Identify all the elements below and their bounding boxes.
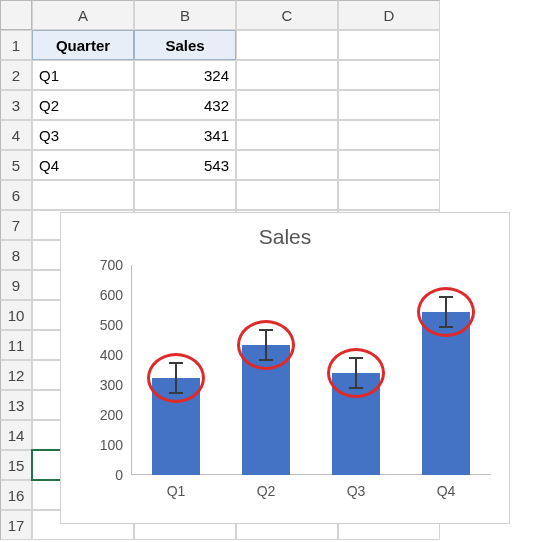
row-header-12[interactable]: 12	[0, 360, 32, 390]
chart-title: Sales	[61, 225, 509, 249]
cell-A6[interactable]	[32, 180, 134, 210]
chart-error-bar	[265, 330, 267, 360]
row-header-4[interactable]: 4	[0, 120, 32, 150]
chart-error-cap	[439, 296, 453, 298]
row-header-6[interactable]: 6	[0, 180, 32, 210]
row-header-9[interactable]: 9	[0, 270, 32, 300]
col-header-C[interactable]: C	[236, 0, 338, 30]
cell-D5[interactable]	[338, 150, 440, 180]
cell-D4[interactable]	[338, 120, 440, 150]
select-all-corner[interactable]	[0, 0, 32, 30]
cell-A3[interactable]: Q2	[32, 90, 134, 120]
row-header-8[interactable]: 8	[0, 240, 32, 270]
chart-error-bar	[355, 358, 357, 388]
chart-plot-area[interactable]: 0100200300400500600700 Q1Q2Q3Q4	[131, 265, 491, 475]
row-header-15[interactable]: 15	[0, 450, 32, 480]
row-header-3[interactable]: 3	[0, 90, 32, 120]
chart-x-category: Q1	[167, 483, 186, 499]
cell-B5[interactable]: 543	[134, 150, 236, 180]
chart-y-tick: 600	[100, 287, 123, 303]
cell-A1[interactable]: Quarter	[32, 30, 134, 60]
chart-y-tick: 700	[100, 257, 123, 273]
cell-C3[interactable]	[236, 90, 338, 120]
cell-C1[interactable]	[236, 30, 338, 60]
cell-B1[interactable]: Sales	[134, 30, 236, 60]
chart-y-tick: 300	[100, 377, 123, 393]
chart-error-cap	[349, 387, 363, 389]
chart-x-category: Q2	[257, 483, 276, 499]
cell-D6[interactable]	[338, 180, 440, 210]
cell-D2[interactable]	[338, 60, 440, 90]
cell-B6[interactable]	[134, 180, 236, 210]
cell-B4[interactable]: 341	[134, 120, 236, 150]
embedded-chart[interactable]: Sales 0100200300400500600700 Q1Q2Q3Q4	[60, 212, 510, 524]
row-header-16[interactable]: 16	[0, 480, 32, 510]
row-header-2[interactable]: 2	[0, 60, 32, 90]
cell-A4[interactable]: Q3	[32, 120, 134, 150]
cell-D3[interactable]	[338, 90, 440, 120]
row-header-11[interactable]: 11	[0, 330, 32, 360]
chart-y-tick: 400	[100, 347, 123, 363]
cell-B3[interactable]: 432	[134, 90, 236, 120]
chart-error-cap	[349, 357, 363, 359]
chart-error-cap	[259, 359, 273, 361]
cell-C6[interactable]	[236, 180, 338, 210]
cell-C2[interactable]	[236, 60, 338, 90]
chart-error-cap	[439, 326, 453, 328]
col-header-A[interactable]: A	[32, 0, 134, 30]
row-header-13[interactable]: 13	[0, 390, 32, 420]
row-header-17[interactable]: 17	[0, 510, 32, 540]
row-header-7[interactable]: 7	[0, 210, 32, 240]
chart-bar[interactable]	[422, 312, 470, 475]
cell-A2[interactable]: Q1	[32, 60, 134, 90]
chart-x-category: Q4	[437, 483, 456, 499]
cell-C5[interactable]	[236, 150, 338, 180]
chart-y-tick: 100	[100, 437, 123, 453]
cell-D1[interactable]	[338, 30, 440, 60]
chart-error-cap	[169, 392, 183, 394]
col-header-D[interactable]: D	[338, 0, 440, 30]
chart-error-cap	[259, 329, 273, 331]
chart-error-bar	[175, 363, 177, 393]
chart-error-bar	[445, 297, 447, 327]
row-header-5[interactable]: 5	[0, 150, 32, 180]
chart-y-axis: 0100200300400500600700	[85, 265, 131, 475]
row-header-1[interactable]: 1	[0, 30, 32, 60]
cell-B2[interactable]: 324	[134, 60, 236, 90]
chart-y-tick: 200	[100, 407, 123, 423]
cell-A5[interactable]: Q4	[32, 150, 134, 180]
chart-y-tick: 500	[100, 317, 123, 333]
chart-bar[interactable]	[242, 345, 290, 475]
cell-C4[interactable]	[236, 120, 338, 150]
row-header-14[interactable]: 14	[0, 420, 32, 450]
chart-x-category: Q3	[347, 483, 366, 499]
chart-y-tick: 0	[115, 467, 123, 483]
row-header-10[interactable]: 10	[0, 300, 32, 330]
chart-error-cap	[169, 362, 183, 364]
col-header-B[interactable]: B	[134, 0, 236, 30]
chart-y-axis-line	[131, 265, 132, 475]
